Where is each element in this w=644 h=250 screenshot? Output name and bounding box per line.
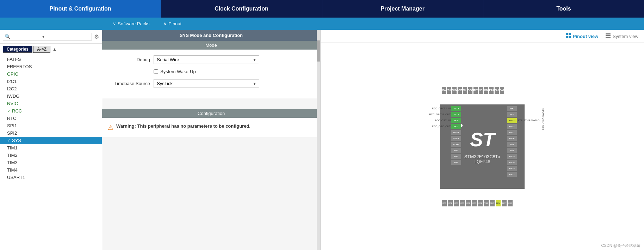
mode-section-header: Mode <box>102 41 320 50</box>
pin-pa8-right: PA8 <box>507 148 542 153</box>
sub-nav-software-packs[interactable]: ∨ Software Packs <box>113 21 149 26</box>
pin-pb15-right: PB15 <box>507 154 542 159</box>
debug-select[interactable]: Serial Wire JTAG (5 pins) JTAG (4 pins) … <box>154 55 259 64</box>
list-icon <box>605 33 611 40</box>
warning-text: Warning: This peripheral has no paramete… <box>116 123 250 129</box>
pin-vdd-right: VDD <box>507 106 542 111</box>
pin-osc-in: OSC_IN <box>463 87 467 107</box>
panel-title: SYS Mode and Configuration <box>102 30 320 41</box>
sidebar-item-spi2[interactable]: SPI2 <box>0 129 102 137</box>
svg-rect-2 <box>566 36 568 38</box>
grid-icon <box>565 33 571 40</box>
sidebar-item-i2c1[interactable]: I2C1 <box>0 78 102 85</box>
sidebar-item-fatfs[interactable]: FATFS <box>0 56 102 63</box>
sidebar-list: FATFS FREERTOS GPIO I2C1 I2C2 IWDG NVIC … <box>0 54 102 250</box>
nav-pinout[interactable]: Pinout & Configuration <box>0 0 161 18</box>
sidebar-item-tim1[interactable]: TIM1 <box>0 144 102 152</box>
sidebar-item-rcc[interactable]: ✓ RCC <box>0 107 102 115</box>
sidebar-tabs: Categories A->Z ▲ <box>0 44 102 54</box>
sidebar-item-freertos[interactable]: FREERTOS <box>0 63 102 70</box>
left-pins: RCC_OSC32_IN PC14 RCC_OSC32_OUT PC15 RCC… <box>422 106 461 165</box>
sidebar-item-sys[interactable]: ✓ SYS <box>0 137 102 144</box>
nav-project[interactable]: Project Manager <box>322 0 483 18</box>
timebase-label: Timebase Source <box>108 81 150 86</box>
right-pins: VDD VSS SYS_JTMS-SWDIO PA13 PA12 <box>507 106 542 177</box>
search-dropdown-button[interactable]: ▼ <box>42 35 45 39</box>
timebase-select[interactable]: SysTick TIM1 TIM2 TIM3 TIM4 <box>154 79 259 88</box>
sidebar-item-gpio[interactable]: GPIO <box>0 70 102 78</box>
warning-icon: ⚠ <box>108 124 113 132</box>
svg-rect-4 <box>606 33 611 34</box>
sys-jtck-label: SYS_JTCK-SWCLK <box>541 108 544 130</box>
pin-pb14-right: PB14 <box>507 160 542 165</box>
pin-pb12-right: PB12 <box>507 172 542 177</box>
pin-vdd-bot: VDD <box>490 200 495 206</box>
system-view-tab[interactable]: System view <box>605 33 638 40</box>
system-wakeup-label: System Wake-Up <box>160 69 196 74</box>
chip-area: VBAT PC13 PC14 PC15 OSC_IN OSC NRST VSSA… <box>321 43 644 250</box>
sidebar-item-nvic[interactable]: NVIC <box>0 100 102 107</box>
sidebar-item-i2c2[interactable]: I2C2 <box>0 85 102 92</box>
svg-rect-5 <box>606 35 611 36</box>
timebase-row: Timebase Source SysTick TIM1 TIM2 TIM3 T… <box>108 79 315 88</box>
scroll-thumb[interactable] <box>317 40 320 62</box>
sidebar-item-usart1[interactable]: USART1 <box>0 174 102 181</box>
nav-tools[interactable]: Tools <box>483 0 644 18</box>
pin-pb3: PB3 <box>442 200 447 206</box>
scrollbar[interactable] <box>317 30 320 250</box>
pin-pa13-right: SYS_JTMS-SWDIO PA13 <box>507 118 542 123</box>
pin-pb5: PB5 <box>454 200 459 206</box>
debug-label: Debug <box>108 57 150 62</box>
sub-nav-pinout[interactable]: ∨ Pinout <box>163 21 181 26</box>
view-selector: Pinout view System view <box>321 30 644 43</box>
pin-pa15: PA15 <box>502 200 507 206</box>
pin-vdda-left: VDDA <box>422 142 461 147</box>
pin-rcc-osc32-in: RCC_OSC32_IN PC14 <box>422 106 461 111</box>
sidebar: 🔍 ▼ ⚙ Categories A->Z ▲ FATFS FREERTOS G <box>0 30 102 250</box>
pin-vss-bot: VSS <box>484 200 489 206</box>
sort-arrow-icon: ▲ <box>52 47 57 52</box>
sidebar-item-spi1[interactable]: SPI1 <box>0 122 102 129</box>
pin-osc-out: OSC <box>468 87 472 107</box>
pin-pb13-right: PB13 <box>507 166 542 171</box>
pin-pa11-right: PA11 <box>507 130 542 135</box>
sidebar-item-tim4[interactable]: TIM4 <box>0 166 102 174</box>
search-box[interactable]: 🔍 ▼ <box>3 33 92 40</box>
sidebar-search-row: 🔍 ▼ ⚙ <box>0 30 102 44</box>
chip-diagram: VBAT PC13 PC14 PC15 OSC_IN OSC NRST VSSA… <box>422 87 542 206</box>
timebase-select-wrapper: SysTick TIM1 TIM2 TIM3 TIM4 ▼ <box>154 79 259 88</box>
center-panel: SYS Mode and Configuration Mode Debug Se… <box>102 30 321 250</box>
chip-name: STM32F103C8Tx <box>464 154 501 159</box>
pin-pb8: PB8 <box>472 200 477 206</box>
gear-icon[interactable]: ⚙ <box>94 33 99 40</box>
chevron-down-icon: ∨ <box>163 21 167 26</box>
pin-pa0: PA0 <box>489 87 494 107</box>
pin-pc14: PC14 <box>452 87 457 107</box>
svg-rect-3 <box>569 36 571 38</box>
pin-pc13: PC13 <box>447 87 451 107</box>
svg-rect-6 <box>606 37 611 38</box>
pin-pa9-right: PA9 <box>507 142 542 147</box>
right-panel: Pinout view System view VBAT P <box>321 30 644 250</box>
sidebar-item-rtc[interactable]: RTC <box>0 115 102 122</box>
sidebar-item-tim3[interactable]: TIM3 <box>0 159 102 166</box>
pin-nrst-left: NRST <box>422 130 461 135</box>
sidebar-item-iwdg[interactable]: IWDG <box>0 92 102 100</box>
svg-text:ST: ST <box>470 129 496 150</box>
checkmark-icon: ✓ <box>7 109 11 114</box>
debug-select-wrapper: Serial Wire JTAG (5 pins) JTAG (4 pins) … <box>154 55 259 64</box>
mode-section-body: Debug Serial Wire JTAG (5 pins) JTAG (4 … <box>102 50 320 98</box>
tab-categories[interactable]: Categories <box>3 46 32 53</box>
sidebar-item-tim2[interactable]: TIM2 <box>0 152 102 159</box>
pin-pb4: PB4 <box>448 200 453 206</box>
nav-clock[interactable]: Clock Configuration <box>161 0 322 18</box>
pin-pa14: PA14 <box>496 200 501 206</box>
search-input[interactable] <box>12 34 40 39</box>
tab-a-z[interactable]: A->Z <box>33 46 50 53</box>
svg-rect-1 <box>569 33 571 35</box>
system-wakeup-checkbox[interactable] <box>154 69 158 74</box>
pin-pa2-left: PA2 <box>422 160 461 165</box>
pinout-view-tab[interactable]: Pinout view <box>565 33 598 40</box>
bottom-pins: PB3 PB4 PB5 PB6 PB7 PB8 PB9 VSS VDD PA14… <box>442 200 513 206</box>
warning-box: ⚠ Warning: This peripheral has no parame… <box>102 118 320 137</box>
